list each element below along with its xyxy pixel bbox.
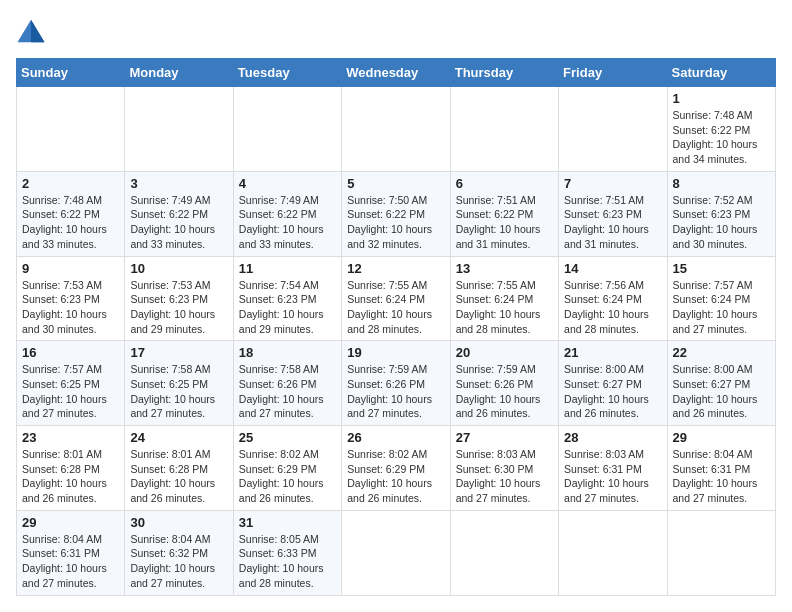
calendar-day-cell: 6 Sunrise: 7:51 AM Sunset: 6:22 PM Dayli… — [450, 171, 558, 256]
calendar-week-row: 2 Sunrise: 7:48 AM Sunset: 6:22 PM Dayli… — [17, 171, 776, 256]
calendar-day-cell: 22 Sunrise: 8:00 AM Sunset: 6:27 PM Dayl… — [667, 341, 775, 426]
day-number: 5 — [347, 176, 444, 191]
day-info: Sunrise: 7:59 AM Sunset: 6:26 PM Dayligh… — [347, 362, 444, 421]
day-info: Sunrise: 7:59 AM Sunset: 6:26 PM Dayligh… — [456, 362, 553, 421]
day-number: 3 — [130, 176, 227, 191]
day-number: 30 — [130, 515, 227, 530]
day-info: Sunrise: 8:00 AM Sunset: 6:27 PM Dayligh… — [673, 362, 770, 421]
calendar-day-cell: 28 Sunrise: 8:03 AM Sunset: 6:31 PM Dayl… — [559, 426, 667, 511]
day-number: 19 — [347, 345, 444, 360]
day-info: Sunrise: 8:00 AM Sunset: 6:27 PM Dayligh… — [564, 362, 661, 421]
day-number: 27 — [456, 430, 553, 445]
calendar-day-cell — [450, 87, 558, 172]
day-number: 25 — [239, 430, 336, 445]
calendar-week-row: 1 Sunrise: 7:48 AM Sunset: 6:22 PM Dayli… — [17, 87, 776, 172]
calendar-day-cell: 26 Sunrise: 8:02 AM Sunset: 6:29 PM Dayl… — [342, 426, 450, 511]
day-number: 29 — [673, 430, 770, 445]
day-info: Sunrise: 8:04 AM Sunset: 6:31 PM Dayligh… — [673, 447, 770, 506]
calendar-day-cell: 12 Sunrise: 7:55 AM Sunset: 6:24 PM Dayl… — [342, 256, 450, 341]
page-header — [16, 16, 776, 46]
day-info: Sunrise: 7:52 AM Sunset: 6:23 PM Dayligh… — [673, 193, 770, 252]
calendar-day-cell — [17, 87, 125, 172]
calendar-day-cell: 11 Sunrise: 7:54 AM Sunset: 6:23 PM Dayl… — [233, 256, 341, 341]
calendar-day-cell: 8 Sunrise: 7:52 AM Sunset: 6:23 PM Dayli… — [667, 171, 775, 256]
calendar-day-cell: 18 Sunrise: 7:58 AM Sunset: 6:26 PM Dayl… — [233, 341, 341, 426]
logo-icon — [16, 16, 46, 46]
calendar-day-cell: 9 Sunrise: 7:53 AM Sunset: 6:23 PM Dayli… — [17, 256, 125, 341]
calendar-day-cell — [450, 510, 558, 595]
day-number: 28 — [564, 430, 661, 445]
day-number: 18 — [239, 345, 336, 360]
calendar-header-row: SundayMondayTuesdayWednesdayThursdayFrid… — [17, 59, 776, 87]
calendar-day-cell: 23 Sunrise: 8:01 AM Sunset: 6:28 PM Dayl… — [17, 426, 125, 511]
day-number: 31 — [239, 515, 336, 530]
calendar-day-cell: 13 Sunrise: 7:55 AM Sunset: 6:24 PM Dayl… — [450, 256, 558, 341]
day-of-week-header: Saturday — [667, 59, 775, 87]
calendar-day-cell — [342, 510, 450, 595]
day-of-week-header: Tuesday — [233, 59, 341, 87]
calendar-day-cell: 15 Sunrise: 7:57 AM Sunset: 6:24 PM Dayl… — [667, 256, 775, 341]
day-info: Sunrise: 7:58 AM Sunset: 6:25 PM Dayligh… — [130, 362, 227, 421]
calendar-day-cell: 19 Sunrise: 7:59 AM Sunset: 6:26 PM Dayl… — [342, 341, 450, 426]
day-number: 7 — [564, 176, 661, 191]
day-of-week-header: Friday — [559, 59, 667, 87]
day-number: 20 — [456, 345, 553, 360]
day-number: 17 — [130, 345, 227, 360]
svg-marker-1 — [31, 20, 45, 43]
day-of-week-header: Thursday — [450, 59, 558, 87]
calendar-day-cell: 31 Sunrise: 8:05 AM Sunset: 6:33 PM Dayl… — [233, 510, 341, 595]
calendar-day-cell: 2 Sunrise: 7:48 AM Sunset: 6:22 PM Dayli… — [17, 171, 125, 256]
calendar-week-row: 29 Sunrise: 8:04 AM Sunset: 6:31 PM Dayl… — [17, 510, 776, 595]
day-number: 24 — [130, 430, 227, 445]
calendar-day-cell: 1 Sunrise: 7:48 AM Sunset: 6:22 PM Dayli… — [667, 87, 775, 172]
day-number: 1 — [673, 91, 770, 106]
calendar-day-cell: 10 Sunrise: 7:53 AM Sunset: 6:23 PM Dayl… — [125, 256, 233, 341]
calendar-day-cell: 20 Sunrise: 7:59 AM Sunset: 6:26 PM Dayl… — [450, 341, 558, 426]
day-number: 21 — [564, 345, 661, 360]
day-number: 12 — [347, 261, 444, 276]
day-info: Sunrise: 7:57 AM Sunset: 6:24 PM Dayligh… — [673, 278, 770, 337]
day-number: 6 — [456, 176, 553, 191]
day-of-week-header: Sunday — [17, 59, 125, 87]
day-info: Sunrise: 8:02 AM Sunset: 6:29 PM Dayligh… — [239, 447, 336, 506]
calendar-day-cell — [125, 87, 233, 172]
day-number: 11 — [239, 261, 336, 276]
day-number: 2 — [22, 176, 119, 191]
calendar-day-cell: 4 Sunrise: 7:49 AM Sunset: 6:22 PM Dayli… — [233, 171, 341, 256]
calendar-day-cell: 27 Sunrise: 8:03 AM Sunset: 6:30 PM Dayl… — [450, 426, 558, 511]
calendar-day-cell: 17 Sunrise: 7:58 AM Sunset: 6:25 PM Dayl… — [125, 341, 233, 426]
day-number: 15 — [673, 261, 770, 276]
day-info: Sunrise: 8:04 AM Sunset: 6:31 PM Dayligh… — [22, 532, 119, 591]
day-info: Sunrise: 7:51 AM Sunset: 6:22 PM Dayligh… — [456, 193, 553, 252]
day-info: Sunrise: 8:01 AM Sunset: 6:28 PM Dayligh… — [22, 447, 119, 506]
calendar-day-cell: 30 Sunrise: 8:04 AM Sunset: 6:32 PM Dayl… — [125, 510, 233, 595]
day-info: Sunrise: 7:49 AM Sunset: 6:22 PM Dayligh… — [239, 193, 336, 252]
calendar-day-cell: 16 Sunrise: 7:57 AM Sunset: 6:25 PM Dayl… — [17, 341, 125, 426]
day-info: Sunrise: 7:55 AM Sunset: 6:24 PM Dayligh… — [347, 278, 444, 337]
calendar-day-cell: 3 Sunrise: 7:49 AM Sunset: 6:22 PM Dayli… — [125, 171, 233, 256]
day-info: Sunrise: 7:48 AM Sunset: 6:22 PM Dayligh… — [673, 108, 770, 167]
day-info: Sunrise: 7:53 AM Sunset: 6:23 PM Dayligh… — [22, 278, 119, 337]
day-of-week-header: Monday — [125, 59, 233, 87]
calendar-day-cell: 24 Sunrise: 8:01 AM Sunset: 6:28 PM Dayl… — [125, 426, 233, 511]
day-number: 4 — [239, 176, 336, 191]
day-number: 14 — [564, 261, 661, 276]
calendar-day-cell: 21 Sunrise: 8:00 AM Sunset: 6:27 PM Dayl… — [559, 341, 667, 426]
day-info: Sunrise: 7:51 AM Sunset: 6:23 PM Dayligh… — [564, 193, 661, 252]
day-info: Sunrise: 8:05 AM Sunset: 6:33 PM Dayligh… — [239, 532, 336, 591]
day-info: Sunrise: 7:58 AM Sunset: 6:26 PM Dayligh… — [239, 362, 336, 421]
calendar-table: SundayMondayTuesdayWednesdayThursdayFrid… — [16, 58, 776, 596]
calendar-day-cell — [559, 510, 667, 595]
day-info: Sunrise: 8:02 AM Sunset: 6:29 PM Dayligh… — [347, 447, 444, 506]
day-info: Sunrise: 7:49 AM Sunset: 6:22 PM Dayligh… — [130, 193, 227, 252]
day-number: 8 — [673, 176, 770, 191]
calendar-day-cell: 14 Sunrise: 7:56 AM Sunset: 6:24 PM Dayl… — [559, 256, 667, 341]
day-info: Sunrise: 7:53 AM Sunset: 6:23 PM Dayligh… — [130, 278, 227, 337]
calendar-day-cell: 29 Sunrise: 8:04 AM Sunset: 6:31 PM Dayl… — [17, 510, 125, 595]
calendar-day-cell — [559, 87, 667, 172]
calendar-week-row: 23 Sunrise: 8:01 AM Sunset: 6:28 PM Dayl… — [17, 426, 776, 511]
calendar-day-cell: 25 Sunrise: 8:02 AM Sunset: 6:29 PM Dayl… — [233, 426, 341, 511]
day-info: Sunrise: 8:03 AM Sunset: 6:31 PM Dayligh… — [564, 447, 661, 506]
calendar-day-cell: 5 Sunrise: 7:50 AM Sunset: 6:22 PM Dayli… — [342, 171, 450, 256]
calendar-week-row: 9 Sunrise: 7:53 AM Sunset: 6:23 PM Dayli… — [17, 256, 776, 341]
